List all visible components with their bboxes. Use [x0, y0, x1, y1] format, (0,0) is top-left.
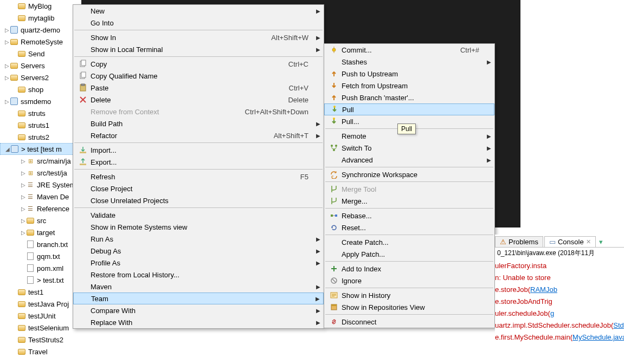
tree-item[interactable]: gqm.txt: [0, 250, 76, 262]
menu-item-run-as[interactable]: Run As▶: [73, 233, 324, 245]
tree-item[interactable]: ▷⊞src/test/ja: [0, 167, 76, 179]
menu-item-show-in-remote-systems-view[interactable]: Show in Remote Systems view: [73, 221, 324, 233]
menu-item-build-path[interactable]: Build Path▶: [73, 118, 324, 129]
expand-arrow-icon[interactable]: ▷: [21, 194, 26, 200]
tab-console[interactable]: ▭ Console ✕: [544, 236, 596, 247]
menu-item-push-branch-master[interactable]: Push Branch 'master'...: [324, 92, 494, 103]
menu-item-commit[interactable]: Commit...Ctrl+#: [324, 44, 494, 56]
menu-item-validate[interactable]: Validate: [73, 209, 324, 221]
tree-item[interactable]: testJava Proj: [0, 298, 76, 310]
tree-item[interactable]: ▷☰Reference: [0, 203, 76, 214]
tree-item[interactable]: ▷☰Maven De: [0, 191, 76, 203]
menu-separator: [325, 261, 493, 262]
tree-item[interactable]: ▷src: [0, 214, 76, 226]
expand-arrow-icon[interactable]: ▷: [21, 158, 26, 164]
tree-item[interactable]: MyBlog: [0, 0, 76, 12]
expand-arrow-icon[interactable]: ▷: [21, 182, 26, 188]
menu-item-add-to-index[interactable]: Add to Index: [324, 263, 494, 275]
tree-item[interactable]: testSelenium: [0, 322, 76, 334]
expand-arrow-icon[interactable]: ▷: [21, 170, 26, 176]
view-menu-icon[interactable]: ▾: [597, 237, 605, 247]
menu-item-pull[interactable]: Pull: [324, 103, 494, 115]
tree-item[interactable]: ▷☰JRE System: [0, 179, 76, 191]
expand-arrow-icon[interactable]: ▷: [4, 27, 10, 33]
menu-item-maven[interactable]: Maven▶: [73, 281, 324, 292]
menu-item-show-in-history[interactable]: Show in History: [324, 289, 494, 301]
context-menu-main[interactable]: New▶Go IntoShow InAlt+Shift+W▶Show in Lo…: [73, 4, 324, 329]
expand-arrow-icon[interactable]: ▷: [21, 218, 26, 224]
tree-item[interactable]: ▷RemoteSyste: [0, 36, 76, 48]
expand-arrow-icon[interactable]: ▷: [4, 99, 10, 105]
tree-item[interactable]: ▷Servers2: [0, 72, 76, 83]
tree-item[interactable]: struts2: [0, 131, 76, 143]
tree-item[interactable]: Send: [0, 48, 76, 60]
expand-arrow-icon[interactable]: ▷: [4, 75, 10, 81]
menu-item-push-to-upstream[interactable]: Push to Upstream: [324, 68, 494, 80]
tree-item[interactable]: ▷quartz-demo: [0, 24, 76, 36]
menu-item-team[interactable]: Team▶: [73, 292, 324, 304]
context-submenu-team[interactable]: Commit...Ctrl+#Stashes▶Push to UpstreamF…: [324, 43, 495, 328]
expand-arrow-icon[interactable]: ▷: [4, 63, 10, 69]
tree-item[interactable]: pom.xml: [0, 262, 76, 274]
menu-item-ignore[interactable]: Ignore: [324, 275, 494, 287]
tree-item[interactable]: ▷Servers: [0, 60, 76, 72]
tree-item[interactable]: Travel: [0, 346, 76, 358]
menu-item-refactor[interactable]: RefactorAlt+Shift+T▶: [73, 129, 324, 141]
menu-item-paste[interactable]: PasteCtrl+V: [73, 82, 324, 94]
menu-item-rebase[interactable]: Rebase...: [324, 210, 494, 222]
menu-item-refresh[interactable]: RefreshF5: [73, 171, 324, 183]
close-icon[interactable]: ✕: [586, 238, 591, 245]
tree-item[interactable]: testJUnit: [0, 310, 76, 322]
expand-arrow-icon[interactable]: ▷: [21, 230, 26, 236]
tree-item[interactable]: struts1: [0, 119, 76, 131]
menu-item-go-into[interactable]: Go Into: [73, 17, 324, 29]
tree-item[interactable]: branch.txt: [0, 238, 76, 250]
tree-item[interactable]: shop: [0, 83, 76, 95]
menu-item-merge[interactable]: Merge...: [324, 195, 494, 207]
tree-item[interactable]: ▷target: [0, 226, 76, 238]
menu-item-debug-as[interactable]: Debug As▶: [73, 245, 324, 257]
expand-arrow-icon[interactable]: ▷: [4, 39, 10, 45]
menu-item-close-unrelated-projects[interactable]: Close Unrelated Projects: [73, 194, 324, 206]
menu-item-advanced[interactable]: Advanced▶: [324, 154, 494, 166]
tree-item[interactable]: struts: [0, 107, 76, 119]
menu-item-profile-as[interactable]: Profile As▶: [73, 257, 324, 269]
tree-item-label: struts: [28, 109, 46, 118]
tab-problems[interactable]: ⚠ Problems: [495, 236, 543, 247]
shortcut-label: Alt+Shift+W: [271, 34, 311, 42]
tree-item[interactable]: TestStruts2: [0, 334, 76, 346]
tree-item[interactable]: test1: [0, 286, 76, 298]
menu-item-synchronize-workspace[interactable]: Synchronize Workspace: [324, 168, 494, 180]
menu-item-delete[interactable]: DeleteDelete: [73, 94, 324, 106]
bottom-tabs[interactable]: ⚠ Problems ▭ Console ✕ ▾: [495, 235, 624, 248]
menu-item-fetch-from-upstream[interactable]: Fetch from Upstream: [324, 80, 494, 92]
tree-item[interactable]: ▷⊞src/main/ja: [0, 155, 76, 167]
menu-item-reset[interactable]: Reset...: [324, 222, 494, 233]
tree-item[interactable]: ▷ssmdemo: [0, 95, 76, 107]
menu-item-export[interactable]: Export...: [73, 156, 324, 168]
menu-item-import[interactable]: Import...: [73, 144, 324, 156]
tree-item[interactable]: ◢> test [test m: [0, 143, 76, 155]
menu-item-stashes[interactable]: Stashes▶: [324, 56, 494, 68]
menu-item-disconnect[interactable]: Disconnect: [324, 316, 494, 328]
menu-item-show-in-repositories-view[interactable]: Show in Repositories View: [324, 301, 494, 313]
menu-item-merge-tool: Merge Tool: [324, 183, 494, 195]
tree-item[interactable]: mytaglib: [0, 12, 76, 24]
menu-item-create-patch[interactable]: Create Patch...: [324, 236, 494, 248]
menu-item-apply-patch[interactable]: Apply Patch...: [324, 248, 494, 260]
menu-item-switch-to[interactable]: Switch To▶: [324, 142, 494, 154]
menu-item-close-project[interactable]: Close Project: [73, 183, 324, 194]
expand-arrow-icon[interactable]: ▷: [21, 206, 26, 212]
menu-item-new[interactable]: New▶: [73, 5, 324, 17]
expand-arrow-icon[interactable]: ◢: [5, 146, 10, 152]
menu-item-copy[interactable]: CopyCtrl+C: [73, 58, 324, 70]
menu-item-restore-from-local-history[interactable]: Restore from Local History...: [73, 269, 324, 281]
tree-item[interactable]: > test.txt: [0, 274, 76, 286]
menu-item-compare-with[interactable]: Compare With▶: [73, 304, 324, 316]
menu-item-replace-with[interactable]: Replace With▶: [73, 316, 324, 328]
menu-item-copy-qualified-name[interactable]: Copy Qualified Name: [73, 70, 324, 82]
project-explorer[interactable]: MyBlogmytaglib▷quartz-demo▷RemoteSysteSe…: [0, 0, 76, 358]
menu-item-show-in[interactable]: Show InAlt+Shift+W▶: [73, 31, 324, 43]
menu-item-show-in-local-terminal[interactable]: Show in Local Terminal▶: [73, 43, 324, 55]
console-output[interactable]: ulerFactory.instan: Unable to storee.sto…: [495, 259, 624, 344]
